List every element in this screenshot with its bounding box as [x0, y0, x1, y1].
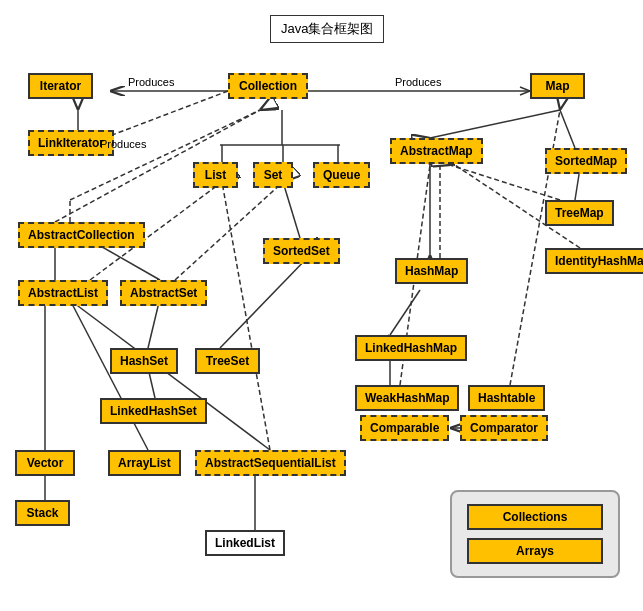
node-weakhashmap[interactable]: WeakHashMap	[355, 385, 459, 411]
node-abstractlist[interactable]: AbstractList	[18, 280, 108, 306]
node-hashset[interactable]: HashSet	[110, 348, 178, 374]
node-iterator[interactable]: Iterator	[28, 73, 93, 99]
node-set[interactable]: Set	[253, 162, 293, 188]
node-collection[interactable]: Collection	[228, 73, 308, 99]
diagram: Java集合框架图 Collection Iterator Map Produc…	[0, 0, 643, 611]
svg-line-24	[70, 300, 270, 450]
node-comparator[interactable]: Comparator	[460, 415, 548, 441]
svg-line-30	[390, 290, 420, 335]
node-comparable[interactable]: Comparable	[360, 415, 449, 441]
title-text: Java集合框架图	[281, 21, 373, 36]
node-treeset[interactable]: TreeSet	[195, 348, 260, 374]
node-arrays-legend[interactable]: Arrays	[467, 538, 603, 564]
title-box: Java集合框架图	[270, 15, 384, 43]
node-linkedhashset[interactable]: LinkedHashSet	[100, 398, 207, 424]
svg-line-19	[220, 255, 310, 348]
node-linkedhashmap[interactable]: LinkedHashMap	[355, 335, 467, 361]
label-produces-2: Produces	[395, 76, 441, 88]
node-linkedlist[interactable]: LinkedList	[205, 530, 285, 556]
label-produces-3: Produces	[100, 138, 146, 150]
node-sortedset[interactable]: SortedSet	[263, 238, 340, 264]
node-abstractset[interactable]: AbstractSet	[120, 280, 207, 306]
legend-box: Collections Arrays	[450, 490, 620, 578]
svg-line-23	[70, 300, 148, 450]
node-arraylist[interactable]: ArrayList	[108, 450, 181, 476]
svg-line-25	[222, 182, 270, 450]
label-produces-1: Produces	[128, 76, 174, 88]
node-hashmap[interactable]: HashMap	[395, 258, 468, 284]
svg-line-27	[430, 110, 560, 138]
node-queue[interactable]: Queue	[313, 162, 370, 188]
node-list[interactable]: List	[193, 162, 238, 188]
node-stack[interactable]: Stack	[15, 500, 70, 526]
svg-line-17	[283, 182, 300, 238]
node-collections-legend[interactable]: Collections	[467, 504, 603, 530]
node-abstractcollection[interactable]: AbstractCollection	[18, 222, 145, 248]
node-treemap[interactable]: TreeMap	[545, 200, 614, 226]
svg-line-33	[450, 165, 560, 200]
node-hashtable[interactable]: Hashtable	[468, 385, 545, 411]
node-vector[interactable]: Vector	[15, 450, 75, 476]
node-abstractsequentiallist[interactable]: AbstractSequentialList	[195, 450, 346, 476]
node-abstractmap[interactable]: AbstractMap	[390, 138, 483, 164]
node-identityhashmap[interactable]: IdentityHashMap	[545, 248, 643, 274]
node-map[interactable]: Map	[530, 73, 585, 99]
node-sortedmap[interactable]: SortedMap	[545, 148, 627, 174]
svg-line-28	[560, 110, 575, 148]
svg-line-16	[175, 182, 283, 280]
